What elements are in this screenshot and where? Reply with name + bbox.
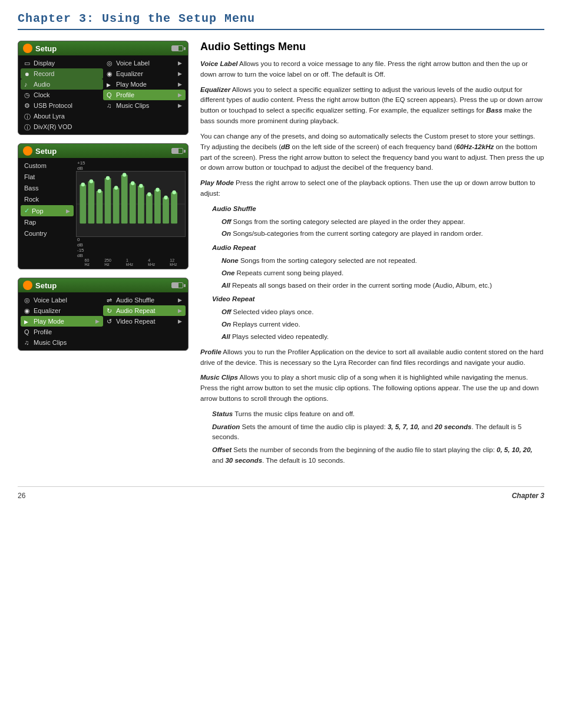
eq-flat[interactable]: Flat xyxy=(21,172,74,182)
gear-icon-2 xyxy=(23,146,32,156)
setup-panel-1-body: Display Record Audio Clock xyxy=(18,55,188,134)
setup-header-3: Setup xyxy=(18,278,188,292)
video-repeat-all: All Plays selected video repeatedly. xyxy=(222,332,544,342)
voice-icon xyxy=(107,60,114,67)
menu-item-music-clips-1[interactable]: Music Clips ▶ xyxy=(103,100,186,111)
music-icon-3 xyxy=(24,339,31,346)
battery-icon-3 xyxy=(171,282,183,288)
panel1-left-items: Display Record Audio Clock xyxy=(21,58,103,132)
arrow-icon: ▶ xyxy=(178,103,182,108)
svg-point-13 xyxy=(81,183,85,187)
menu-item-usb[interactable]: USB Protocol xyxy=(21,100,103,111)
eq-bass[interactable]: Bass xyxy=(21,183,74,193)
eq-graph xyxy=(76,171,186,237)
repeat-icon xyxy=(107,307,114,314)
menu-item-equalizer[interactable]: Equalizer ▶ xyxy=(103,68,186,79)
video-repeat-off: Off Selected video plays once. xyxy=(222,307,544,318)
arrow-icon: ▶ xyxy=(178,71,182,77)
arrow-icon: ▶ xyxy=(178,81,182,87)
arrow-icon: ▶ xyxy=(178,308,182,314)
panel3-audio-repeat[interactable]: Audio Repeat ▶ xyxy=(103,305,186,316)
check-icon xyxy=(24,207,29,215)
eq-custom[interactable]: Custom xyxy=(21,160,74,171)
menu-item-clock[interactable]: Clock xyxy=(21,90,103,100)
usb-icon xyxy=(24,102,31,109)
arrow-icon: ▶ xyxy=(178,297,182,303)
menu-item-about[interactable]: About Lyra xyxy=(21,111,103,121)
menu-item-audio[interactable]: Audio xyxy=(21,79,103,90)
menu-item-display[interactable]: Display xyxy=(21,58,103,68)
section-video-repeat: Video Repeat xyxy=(212,294,544,305)
mc-status: Status Turns the music clips feature on … xyxy=(212,409,544,420)
setup-panel-2: Setup Custom Flat Bass Rock Pop ▶ Rap Co xyxy=(18,143,189,269)
svg-rect-1 xyxy=(80,185,86,223)
record-icon xyxy=(24,70,31,77)
arrow-icon: ▶ xyxy=(178,92,182,98)
panel3-profile[interactable]: Profile xyxy=(21,327,103,337)
section-audio-repeat: Audio Repeat xyxy=(212,243,544,253)
para-play-mode: Play Mode Press the right arrow to selec… xyxy=(200,178,544,199)
eq-rock[interactable]: Rock xyxy=(21,194,74,205)
svg-rect-10 xyxy=(154,190,161,223)
eq-graph-area: +15dB xyxy=(76,160,186,266)
svg-point-18 xyxy=(123,173,126,177)
eq-db-mid: 0dB xyxy=(76,237,186,248)
setup-title-1: Setup xyxy=(35,44,57,53)
audio-shuffle-on: On Songs/sub-categories from the current… xyxy=(222,229,544,239)
shuffle-icon xyxy=(107,297,114,304)
gear-icon-3 xyxy=(23,281,32,290)
arrow-icon: ▶ xyxy=(178,60,182,66)
menu-item-divx[interactable]: DivX(R) VOD xyxy=(21,121,103,132)
eq-country[interactable]: Country xyxy=(21,228,74,239)
mc-duration: Duration Sets the amount of time the aud… xyxy=(212,422,544,443)
panel3-video-repeat[interactable]: Video Repeat ▶ xyxy=(103,316,186,327)
eq-db-bot: -15dB xyxy=(76,248,186,258)
panel3-equalizer[interactable]: Equalizer xyxy=(21,305,103,316)
panel3-music-clips[interactable]: Music Clips xyxy=(21,337,103,348)
svg-point-21 xyxy=(147,192,151,196)
svg-rect-7 xyxy=(130,183,136,223)
left-column: Setup Display Record xyxy=(18,41,189,469)
panel1-right-items: Voice Label ▶ Equalizer ▶ Play Mode ▶ xyxy=(103,58,186,132)
eq-panel-body: Custom Flat Bass Rock Pop ▶ Rap Country … xyxy=(18,158,188,269)
svg-rect-9 xyxy=(146,195,153,224)
audio-repeat-one: One Repeats current song being played. xyxy=(222,268,544,279)
svg-point-17 xyxy=(114,186,118,190)
panel3-play-mode[interactable]: Play Mode ▶ xyxy=(21,316,103,327)
menu-item-profile-1[interactable]: Profile ▶ xyxy=(103,90,186,100)
eq-db-top: +15dB xyxy=(76,160,186,171)
eq-rap[interactable]: Rap xyxy=(21,217,74,228)
section-title: Audio Settings Menu xyxy=(200,41,544,53)
arrow-icon: ▶ xyxy=(178,318,182,324)
svg-point-16 xyxy=(106,176,110,180)
section-audio-shuffle: Audio Shuffle xyxy=(212,204,544,215)
svg-rect-3 xyxy=(97,191,103,223)
panel3-left-items: Voice Label Equalizer Play Mode ▶ Profil… xyxy=(21,295,103,348)
right-column: Audio Settings Menu Voice Label Allows y… xyxy=(200,41,544,469)
voice-icon-3 xyxy=(24,297,31,304)
eq-pop[interactable]: Pop ▶ xyxy=(21,205,74,216)
about-icon xyxy=(24,113,31,120)
clock-icon xyxy=(24,91,31,98)
svg-rect-2 xyxy=(88,182,94,224)
footer-chapter-label: Chapter 3 xyxy=(512,492,544,500)
battery-icon-2 xyxy=(171,148,183,154)
svg-rect-5 xyxy=(113,188,120,224)
menu-item-play-mode[interactable]: Play Mode ▶ xyxy=(103,79,186,90)
play-icon xyxy=(107,81,114,88)
arrow-icon: ▶ xyxy=(95,318,100,324)
eq-preset-list: Custom Flat Bass Rock Pop ▶ Rap Country xyxy=(21,160,74,266)
svg-point-19 xyxy=(131,182,134,186)
panel3-voice-label[interactable]: Voice Label xyxy=(21,295,103,305)
menu-item-voice-label[interactable]: Voice Label ▶ xyxy=(103,58,186,68)
setup-panel-3-body: Voice Label Equalizer Play Mode ▶ Profil… xyxy=(18,292,188,350)
menu-item-record[interactable]: Record xyxy=(21,68,103,79)
play-icon-3 xyxy=(24,318,31,325)
svg-point-22 xyxy=(156,188,159,192)
videorepeat-icon xyxy=(107,318,114,325)
setup-title-3: Setup xyxy=(35,281,57,290)
svg-point-15 xyxy=(98,189,101,193)
panel3-audio-shuffle[interactable]: Audio Shuffle ▶ xyxy=(103,295,186,305)
chapter-title: Chapter 3: Using the Setup Menu xyxy=(18,12,544,30)
svg-rect-6 xyxy=(121,175,128,224)
